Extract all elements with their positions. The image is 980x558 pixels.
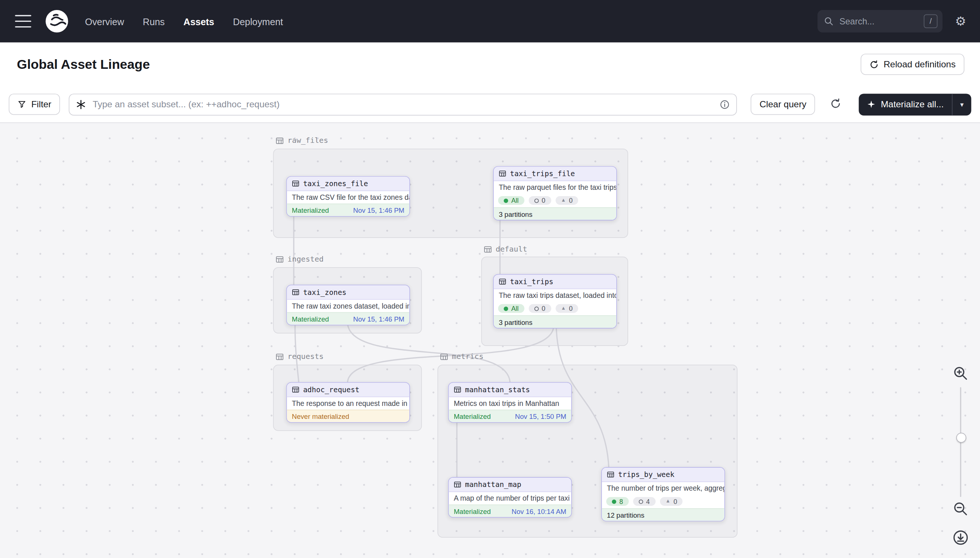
asset-node-trips-by-week[interactable]: trips_by_week The number of trips per we… <box>601 467 725 521</box>
zoom-in-button[interactable] <box>951 364 970 385</box>
asset-description: The response to an request made in th... <box>287 397 410 410</box>
materialize-all-main[interactable]: Materialize all... <box>859 93 952 115</box>
page-title: Global Asset Lineage <box>17 57 150 72</box>
asset-description: The number of trips per week, aggreg... <box>602 482 725 495</box>
partition-health-badges: All 0 ▲0 <box>494 302 616 315</box>
badge-missing[interactable]: ▲0 <box>555 196 578 205</box>
asset-node-taxi-trips-file[interactable]: taxi_trips_file The raw parquet files fo… <box>493 166 617 220</box>
group-label-raw-files[interactable]: raw_files <box>275 136 328 145</box>
zoom-out-button[interactable] <box>951 499 970 520</box>
nav-runs[interactable]: Runs <box>143 16 165 27</box>
asset-description: The raw taxi zones dataset, loaded int..… <box>287 300 410 312</box>
asset-status: Materialized <box>292 207 329 214</box>
asset-node-taxi-zones-file[interactable]: taxi_zones_file The raw CSV file for the… <box>286 176 410 217</box>
info-icon[interactable] <box>720 99 730 110</box>
asset-node-header: taxi_zones <box>287 285 410 300</box>
asset-node-header: manhattan_map <box>449 478 572 492</box>
refresh-graph-button[interactable] <box>828 95 844 113</box>
group-grid-icon <box>484 245 492 253</box>
asset-footer: 12 partitions <box>602 509 725 521</box>
reload-definitions-button[interactable]: Reload definitions <box>860 54 964 75</box>
materialized-dot-icon <box>504 306 508 311</box>
asset-timestamp[interactable]: Nov 15, 1:50 PM <box>515 413 566 420</box>
asset-subset-input[interactable] <box>92 99 714 110</box>
asset-description: The raw parquet files for the taxi trips… <box>494 181 616 194</box>
nav-assets[interactable]: Assets <box>183 16 214 27</box>
clear-query-button[interactable]: Clear query <box>751 94 815 115</box>
settings-gear-icon[interactable]: ⚙ <box>955 15 966 28</box>
asset-node-adhoc-request[interactable]: adhoc_request The response to an request… <box>286 382 410 423</box>
group-grid-icon <box>275 255 284 263</box>
partitions-count: 3 partitions <box>499 318 533 326</box>
table-icon <box>292 386 299 393</box>
asset-name: taxi_zones_file <box>303 179 368 188</box>
filter-funnel-icon <box>17 100 26 109</box>
badge-missing[interactable]: ▲0 <box>555 304 578 313</box>
materialize-all-button[interactable]: Materialize all... ▾ <box>859 93 971 115</box>
asset-status: Materialized <box>454 507 491 515</box>
asset-node-manhattan-stats[interactable]: manhattan_stats Metrics on taxi trips in… <box>448 382 572 423</box>
badge-materialized[interactable]: All <box>498 304 524 313</box>
asset-name: manhattan_stats <box>465 385 530 394</box>
warning-triangle-icon: ▲ <box>561 306 566 311</box>
asset-timestamp[interactable]: Nov 15, 1:46 PM <box>353 315 404 322</box>
group-grid-icon <box>275 136 284 145</box>
asset-timestamp[interactable]: Nov 16, 10:14 AM <box>512 507 566 515</box>
nav-overview[interactable]: Overview <box>85 16 124 27</box>
materialize-dropdown-caret[interactable]: ▾ <box>952 93 971 115</box>
asset-node-header: manhattan_stats <box>449 382 572 397</box>
group-label-requests[interactable]: requests <box>275 352 324 361</box>
asset-node-manhattan-map[interactable]: manhattan_map A map of the number of tri… <box>448 477 572 518</box>
asset-name: taxi_zones <box>303 288 346 297</box>
asset-footer: Materialized Nov 16, 10:14 AM <box>449 505 572 517</box>
download-icon <box>952 529 969 546</box>
group-label-metrics[interactable]: metrics <box>440 352 483 361</box>
asset-node-taxi-zones[interactable]: taxi_zones The raw taxi zones dataset, l… <box>286 285 410 326</box>
materialized-dot-icon <box>612 499 616 504</box>
badge-missing[interactable]: ▲0 <box>660 497 683 506</box>
zoom-slider[interactable] <box>955 387 965 497</box>
hamburger-menu-icon[interactable] <box>15 15 31 28</box>
filter-button[interactable]: Filter <box>9 94 60 115</box>
download-image-button[interactable] <box>951 528 971 550</box>
asset-footer: Materialized Nov 15, 1:46 PM <box>287 312 410 325</box>
asset-description: A map of the number of trips per taxi z.… <box>449 492 572 505</box>
partitions-count: 12 partitions <box>607 511 644 519</box>
asset-status: Never materialized <box>292 413 349 420</box>
table-icon <box>454 386 461 393</box>
badge-failed[interactable]: 0 <box>529 196 551 205</box>
lineage-canvas[interactable]: raw_files ingested default requests metr… <box>0 123 980 558</box>
table-icon <box>454 481 461 488</box>
badge-materialized[interactable]: 8 <box>606 497 629 506</box>
failed-circle-icon <box>534 306 539 311</box>
badge-failed[interactable]: 4 <box>633 497 655 506</box>
asset-timestamp[interactable]: Nov 15, 1:46 PM <box>353 207 404 214</box>
zoom-out-icon <box>953 501 969 517</box>
group-grid-icon <box>440 353 448 361</box>
badge-failed[interactable]: 0 <box>529 304 551 313</box>
asset-footer: Materialized Nov 15, 1:50 PM <box>449 410 572 422</box>
nav-deployment[interactable]: Deployment <box>233 16 283 27</box>
materialize-all-label: Materialize all... <box>881 99 944 109</box>
asset-description: Metrics on taxi trips in Manhattan <box>449 397 572 410</box>
materialized-dot-icon <box>504 199 508 203</box>
group-label-ingested[interactable]: ingested <box>275 255 324 264</box>
dagster-app: Overview Runs Assets Deployment / ⚙ Glob… <box>0 0 980 558</box>
asset-node-header: taxi_trips <box>494 275 616 289</box>
global-search[interactable]: / <box>817 10 942 33</box>
asset-footer: Materialized Nov 15, 1:46 PM <box>287 204 410 216</box>
zoom-slider-handle[interactable] <box>956 433 966 443</box>
clear-query-label: Clear query <box>759 99 806 109</box>
dagster-logo-icon <box>45 9 69 33</box>
search-input[interactable] <box>838 16 919 27</box>
warning-triangle-icon: ▲ <box>561 198 566 203</box>
badge-materialized[interactable]: All <box>498 196 524 205</box>
dagster-logo[interactable] <box>45 9 69 33</box>
group-name: ingested <box>287 255 324 264</box>
group-label-default[interactable]: default <box>484 245 527 254</box>
table-icon <box>292 180 299 187</box>
asset-node-header: adhoc_request <box>287 382 410 397</box>
asset-node-taxi-trips[interactable]: taxi_trips The raw taxi trips dataset, l… <box>493 274 617 328</box>
asset-status: Materialized <box>292 315 329 322</box>
asset-node-header: trips_by_week <box>602 468 725 482</box>
